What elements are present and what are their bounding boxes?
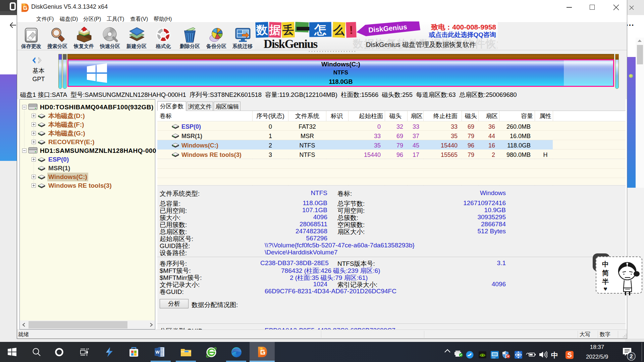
- svg-text:2: 2: [630, 354, 633, 359]
- svg-text:W: W: [156, 350, 160, 355]
- svg-text:intel: intel: [492, 357, 495, 359]
